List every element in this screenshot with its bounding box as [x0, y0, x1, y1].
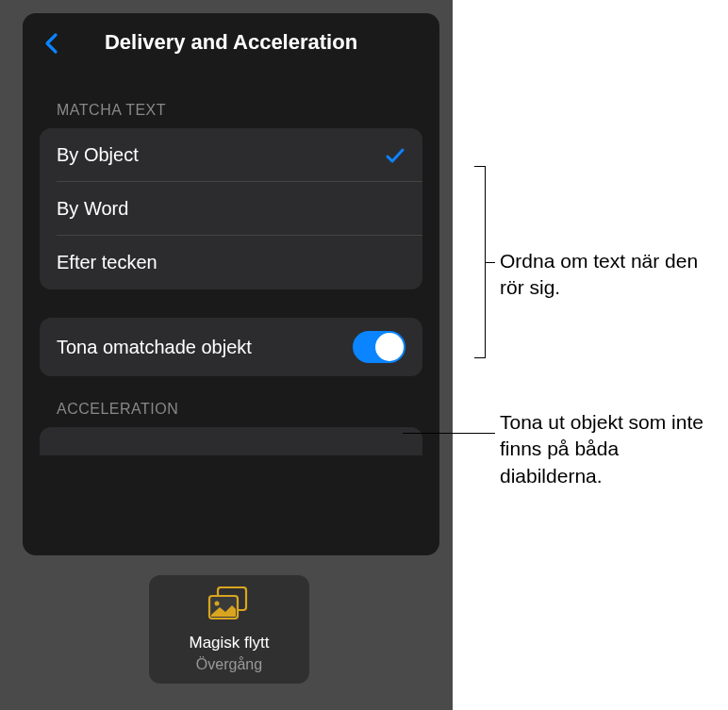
- match-text-list: By Object By Word Efter tecken: [40, 128, 422, 289]
- toggle-knob: [375, 333, 404, 361]
- popover-title: Delivery and Acceleration: [40, 30, 422, 55]
- fade-unmatched-row: Tona omatchade objekt: [40, 318, 422, 376]
- section-header-acceleration: ACCELERATION: [57, 401, 422, 418]
- list-item-label: By Object: [57, 144, 139, 166]
- magic-move-icon: [207, 586, 252, 624]
- callout-line: [403, 433, 495, 434]
- match-option-by-character[interactable]: Efter tecken: [40, 236, 422, 289]
- acceleration-list: [40, 427, 422, 455]
- fade-unmatched-toggle[interactable]: [353, 331, 405, 363]
- transition-chip[interactable]: Magisk flytt Övergång: [149, 575, 309, 684]
- match-option-by-object[interactable]: By Object: [40, 128, 422, 182]
- back-chevron-icon[interactable]: [43, 32, 58, 58]
- delivery-popover: Delivery and Acceleration MATCHA TEXT By…: [23, 13, 439, 555]
- chip-title: Magisk flytt: [189, 634, 269, 652]
- callout-line: [486, 262, 495, 263]
- section-header-match-text: MATCHA TEXT: [57, 102, 422, 119]
- annotation-text: Ordna om text när den rör sig.: [500, 248, 717, 302]
- list-item-label: Efter tecken: [57, 252, 157, 273]
- match-option-by-word[interactable]: By Word: [40, 182, 422, 236]
- popover-caret-icon: [218, 553, 244, 555]
- popover-header: Delivery and Acceleration: [40, 30, 422, 55]
- callout-bracket: [474, 166, 486, 358]
- chip-subtitle: Övergång: [196, 656, 262, 673]
- toggle-label: Tona omatchade objekt: [57, 335, 353, 359]
- fade-unmatched-group: Tona omatchade objekt: [40, 318, 422, 376]
- annotation-text: Tona ut objekt som inte finns på båda di…: [500, 409, 717, 489]
- checkmark-icon: [385, 145, 405, 166]
- list-item-label: By Word: [57, 198, 128, 220]
- svg-point-2: [215, 601, 220, 605]
